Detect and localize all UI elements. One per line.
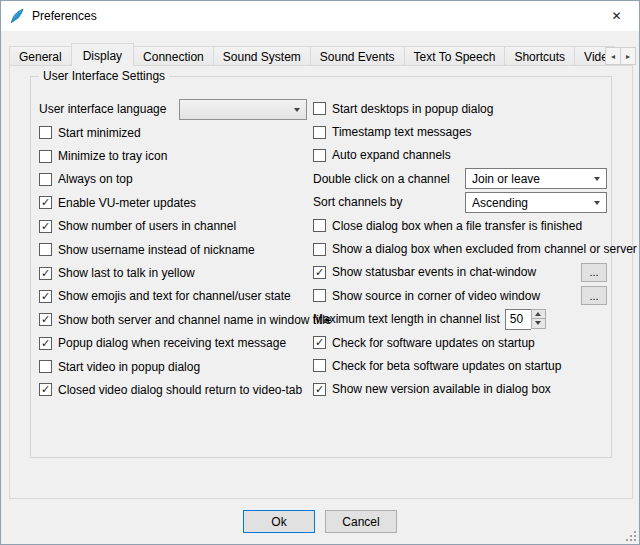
checkbox-checked[interactable]: ✓	[313, 383, 326, 396]
checkbox-unchecked[interactable]	[313, 359, 326, 372]
checkbox-label: Timestamp text messages	[332, 125, 472, 139]
sort-channels-dropdown[interactable]: Ascending	[465, 192, 607, 213]
checkbox-checked[interactable]: ✓	[313, 266, 326, 279]
checkbox-label: Always on top	[58, 172, 133, 186]
checkbox-label: Start minimized	[58, 126, 141, 140]
max-text-length-row: Maximum text length in channel list	[313, 308, 607, 331]
right-top-checkbox-list: Start desktops in popup dialogTimestamp …	[313, 97, 607, 167]
checkbox-label: Show new version available in dialog box	[332, 382, 551, 396]
tab-sound-events[interactable]: Sound Events	[310, 46, 405, 65]
checkbox-row: Auto expand channels	[313, 144, 607, 167]
checkbox-label: Show username instead of nickname	[58, 243, 255, 257]
checkbox-checked[interactable]: ✓	[39, 196, 52, 209]
tab-text-to-speech[interactable]: Text To Speech	[404, 46, 506, 65]
checkbox-checked[interactable]: ✓	[39, 220, 52, 233]
double-click-row: Double click on a channel Join or leave	[313, 167, 607, 190]
left-column: User interface language Start minimizedM…	[39, 97, 307, 402]
checkbox-unchecked[interactable]	[39, 243, 52, 256]
checkbox-unchecked[interactable]	[313, 126, 326, 139]
checkbox-unchecked[interactable]	[39, 126, 52, 139]
chevron-down-icon	[294, 108, 300, 112]
tab-sound-system[interactable]: Sound System	[213, 46, 311, 65]
checkbox-label: Show number of users in channel	[58, 219, 236, 233]
checkbox-row: ✓Popup dialog when receiving text messag…	[39, 332, 307, 355]
sort-channels-row: Sort channels by Ascending	[313, 191, 607, 214]
checkbox-row: ✓Show number of users in channel	[39, 215, 307, 238]
checkbox-label: Show both server and channel name in win…	[58, 313, 332, 327]
checkbox-unchecked[interactable]	[313, 219, 326, 232]
tab-scroll-left-button[interactable]: ◂	[605, 47, 621, 65]
ui-settings-group: User Interface Settings User interface l…	[30, 76, 612, 458]
checkbox-row: Minimize to tray icon	[39, 144, 307, 167]
close-button[interactable]: ✕	[594, 1, 639, 31]
resize-grip[interactable]	[626, 531, 637, 542]
tab-scroll-right-button[interactable]: ▸	[620, 47, 636, 65]
ellipsis-button[interactable]: ...	[581, 286, 607, 305]
tab-shortcuts[interactable]: Shortcuts	[504, 46, 575, 65]
tab-scroll-right-icon: ▸	[626, 52, 630, 61]
double-click-label: Double click on a channel	[313, 172, 465, 186]
checkbox-row: Close dialog box when a file transfer is…	[313, 214, 607, 237]
spin-down-icon[interactable]	[531, 318, 546, 329]
chat-video-checkbox-list: ✓Show statusbar events in chat-window...…	[313, 261, 607, 308]
double-click-dropdown[interactable]: Join or leave	[465, 168, 607, 189]
ellipsis-button[interactable]: ...	[581, 263, 607, 282]
max-text-length-input[interactable]	[505, 309, 531, 330]
sort-channels-value: Ascending	[472, 196, 528, 210]
checkbox-row: Always on top	[39, 168, 307, 191]
checkbox-row: Check for beta software updates on start…	[313, 354, 607, 377]
checkbox-unchecked[interactable]	[39, 360, 52, 373]
footer: Ok Cancel	[1, 510, 639, 534]
checkbox-checked[interactable]: ✓	[39, 290, 52, 303]
group-title: User Interface Settings	[39, 69, 169, 83]
checkbox-label: Start desktops in popup dialog	[332, 102, 493, 116]
left-checkbox-list: Start minimizedMinimize to tray iconAlwa…	[39, 121, 307, 402]
checkbox-unchecked[interactable]	[313, 102, 326, 115]
checkbox-label: Minimize to tray icon	[58, 149, 167, 163]
checkbox-row: ✓Show last to talk in yellow	[39, 261, 307, 284]
checkbox-row: ✓Closed video dialog should return to vi…	[39, 378, 307, 401]
checkbox-label: Auto expand channels	[332, 148, 451, 162]
checkbox-row: ✓Show statusbar events in chat-window...	[313, 261, 607, 284]
checkbox-row: Start video in popup dialog	[39, 355, 307, 378]
tab-general[interactable]: General	[9, 46, 72, 65]
chevron-down-icon	[594, 201, 600, 205]
checkbox-row: ✓Check for software updates on startup	[313, 331, 607, 354]
checkbox-unchecked[interactable]	[313, 243, 326, 256]
checkbox-checked[interactable]: ✓	[39, 383, 52, 396]
checkbox-checked[interactable]: ✓	[39, 313, 52, 326]
checkbox-unchecked[interactable]	[39, 150, 52, 163]
tab-bar: GeneralDisplayConnectionSound SystemSoun…	[9, 41, 615, 66]
checkbox-checked[interactable]: ✓	[39, 337, 52, 350]
right-mid-checkbox-list: Close dialog box when a file transfer is…	[313, 214, 607, 261]
ok-button[interactable]: Ok	[243, 510, 315, 533]
tab-connection[interactable]: Connection	[133, 46, 214, 65]
checkbox-unchecked[interactable]	[313, 289, 326, 302]
checkbox-row: ✓Enable VU-meter updates	[39, 191, 307, 214]
spinner-buttons	[531, 309, 546, 330]
language-dropdown[interactable]	[179, 99, 307, 120]
checkbox-row: ✓Show new version available in dialog bo…	[313, 378, 607, 401]
checkbox-row: Show a dialog box when excluded from cha…	[313, 237, 607, 260]
checkbox-label: Start video in popup dialog	[58, 360, 200, 374]
checkbox-checked[interactable]: ✓	[313, 336, 326, 349]
checkbox-label: Closed video dialog should return to vid…	[58, 383, 302, 397]
chevron-down-icon	[594, 177, 600, 181]
checkbox-unchecked[interactable]	[313, 149, 326, 162]
checkbox-row: ✓Show both server and channel name in wi…	[39, 308, 307, 331]
tab-scroll-controls: ◂ ▸	[605, 47, 636, 65]
preferences-window: Preferences ✕ GeneralDisplayConnectionSo…	[0, 0, 640, 545]
checkbox-checked[interactable]: ✓	[39, 267, 52, 280]
checkbox-label: Popup dialog when receiving text message	[58, 336, 286, 350]
right-bottom-checkbox-list: ✓Check for software updates on startupCh…	[313, 331, 607, 401]
tab-display[interactable]: Display	[71, 43, 134, 66]
display-tab-panel: User Interface Settings User interface l…	[9, 65, 633, 499]
sort-channels-label: Sort channels by	[313, 195, 465, 209]
checkbox-label: Show source in corner of video window	[332, 289, 540, 303]
double-click-value: Join or leave	[472, 172, 540, 186]
checkbox-row: ✓Show emojis and text for channel/user s…	[39, 285, 307, 308]
checkbox-unchecked[interactable]	[39, 173, 52, 186]
cancel-button[interactable]: Cancel	[325, 510, 397, 533]
max-text-length-spinner	[505, 309, 546, 330]
checkbox-label: Show statusbar events in chat-window	[332, 265, 536, 279]
